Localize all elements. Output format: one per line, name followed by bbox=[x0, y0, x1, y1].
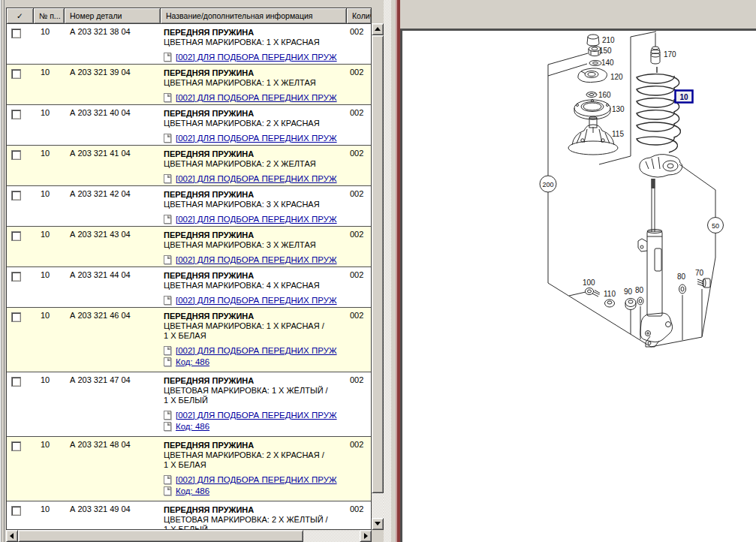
row-checkbox[interactable] bbox=[11, 312, 21, 322]
row-checkbox[interactable] bbox=[11, 150, 21, 160]
row-part-number: А 203 321 39 04 bbox=[65, 65, 161, 104]
spring-perch-arm bbox=[640, 155, 682, 177]
document-icon bbox=[164, 255, 171, 264]
column-header-position[interactable]: № п... bbox=[34, 8, 65, 23]
code-link[interactable]: Код: 486 bbox=[176, 422, 209, 431]
hscroll-thumb[interactable] bbox=[18, 530, 303, 542]
part-120-plate bbox=[578, 68, 607, 83]
table-row: 10 А 203 321 39 04 ПЕРЕДНЯЯ ПРУЖИНА ЦВЕТ… bbox=[7, 65, 371, 105]
footnote-link[interactable]: [002] ДЛЯ ПОДБОРА ПЕРЕДНИХ ПРУЖ bbox=[176, 93, 337, 102]
row-quantity: 002 bbox=[347, 437, 371, 501]
footnote-link[interactable]: [002] ДЛЯ ПОДБОРА ПЕРЕДНИХ ПРУЖ bbox=[176, 296, 337, 305]
row-part-number: А 203 321 49 04 bbox=[65, 501, 161, 530]
parts-table-panel: ✓ № п... Номер детали Название/дополните… bbox=[6, 8, 372, 530]
label-210: 210 bbox=[602, 36, 615, 44]
row-checkbox[interactable] bbox=[11, 69, 21, 79]
column-header-part-number[interactable]: Номер детали bbox=[65, 8, 161, 23]
code-link[interactable]: Код: 486 bbox=[176, 357, 209, 366]
footnote-link[interactable]: [002] ДЛЯ ПОДБОРА ПЕРЕДНИХ ПРУЖ bbox=[176, 174, 337, 183]
footnote-link[interactable]: [002] ДЛЯ ПОДБОРА ПЕРЕДНИХ ПРУЖ bbox=[176, 255, 337, 264]
scroll-right-button[interactable] bbox=[360, 530, 372, 542]
column-header-select[interactable]: ✓ bbox=[7, 8, 34, 23]
footnote-link[interactable]: [002] ДЛЯ ПОДБОРА ПЕРЕДНИХ ПРУЖ bbox=[176, 53, 337, 62]
row-info: ЦВЕТНАЯ МАРКИРОВКА: 3 X КРАСНАЯ bbox=[164, 200, 347, 209]
row-links: [002] ДЛЯ ПОДБОРА ПЕРЕДНИХ ПРУЖ bbox=[164, 294, 347, 306]
vscroll-thumb[interactable] bbox=[372, 35, 384, 493]
label-70: 70 bbox=[695, 269, 704, 277]
row-position: 10 bbox=[34, 105, 65, 145]
document-icon bbox=[164, 357, 171, 366]
row-part-name: ПЕРЕДНЯЯ ПРУЖИНА bbox=[164, 440, 347, 450]
row-checkbox[interactable] bbox=[11, 506, 21, 516]
label-10[interactable]: 10 bbox=[679, 93, 688, 101]
row-part-name: ПЕРЕДНЯЯ ПРУЖИНА bbox=[164, 27, 347, 38]
row-checkbox[interactable] bbox=[11, 272, 21, 282]
row-checkbox[interactable] bbox=[11, 441, 21, 451]
scroll-left-button[interactable] bbox=[6, 530, 18, 542]
part-10-front-spring[interactable] bbox=[637, 67, 680, 152]
row-info-line: ЦВЕТОВАЯ МАРКИРОВКА: 1 X ЖЁЛТЫЙ / bbox=[164, 386, 347, 396]
arrow-up-icon bbox=[375, 27, 381, 31]
label-80-right: 80 bbox=[677, 273, 686, 281]
row-info-line: 1 X БЕЛЫЙ bbox=[164, 396, 347, 405]
scroll-up-button[interactable] bbox=[372, 23, 384, 35]
row-info: ЦВЕТНАЯ МАРКИРОВКА: 4 X КРАСНАЯ bbox=[164, 281, 347, 291]
row-info-line: 1 X БЕЛАЯ bbox=[164, 460, 347, 470]
row-links: [002] ДЛЯ ПОДБОРА ПЕРЕДНИХ ПРУЖКод: 486 bbox=[164, 409, 347, 432]
part-140-washer bbox=[589, 61, 601, 66]
row-part-name: ПЕРЕДНЯЯ ПРУЖИНА bbox=[164, 230, 347, 240]
footnote-link[interactable]: [002] ДЛЯ ПОДБОРА ПЕРЕДНИХ ПРУЖ bbox=[176, 411, 337, 420]
table-row: 10 А 203 321 48 04 ПЕРЕДНЯЯ ПРУЖИНА ЦВЕТ… bbox=[7, 437, 371, 501]
footnote-link[interactable]: [002] ДЛЯ ПОДБОРА ПЕРЕДНИХ ПРУЖ bbox=[176, 134, 337, 143]
table-hscrollbar[interactable] bbox=[6, 530, 372, 542]
arrow-right-icon bbox=[364, 533, 368, 539]
row-checkbox[interactable] bbox=[11, 191, 21, 200]
row-links: [002] ДЛЯ ПОДБОРА ПЕРЕДНИХ ПРУЖКод: 486 bbox=[164, 345, 347, 367]
row-link-line: [002] ДЛЯ ПОДБОРА ПЕРЕДНИХ ПРУЖ bbox=[164, 345, 347, 356]
part-110-nut bbox=[605, 300, 615, 307]
row-position: 10 bbox=[34, 501, 65, 530]
row-part-name: ПЕРЕДНЯЯ ПРУЖИНА bbox=[164, 149, 347, 159]
row-checkbox[interactable] bbox=[11, 231, 21, 241]
row-part-number: А 203 321 38 04 bbox=[65, 24, 161, 64]
label-50: 50 bbox=[712, 222, 719, 230]
row-part-name: ПЕРЕДНЯЯ ПРУЖИНА bbox=[164, 68, 347, 78]
document-icon bbox=[164, 486, 171, 495]
table-vscrollbar[interactable] bbox=[372, 8, 384, 530]
row-checkbox[interactable] bbox=[11, 29, 21, 38]
row-info: ЦВЕТОВАЯ МАРКИРОВКА: 1 X ЖЁЛТЫЙ /1 X БЕЛ… bbox=[164, 386, 347, 405]
footnote-link[interactable]: [002] ДЛЯ ПОДБОРА ПЕРЕДНИХ ПРУЖ bbox=[176, 215, 337, 224]
row-info: ЦВЕТНАЯ МАРКИРОВКА: 2 X ЖЕЛТАЯ bbox=[164, 159, 347, 169]
row-info: ЦВЕТНАЯ МАРКИРОВКА: 3 X ЖЕЛТАЯ bbox=[164, 240, 347, 250]
row-quantity: 002 bbox=[347, 105, 371, 145]
footnote-link[interactable]: [002] ДЛЯ ПОДБОРА ПЕРЕДНИХ ПРУЖ bbox=[176, 475, 337, 484]
row-quantity: 002 bbox=[347, 501, 371, 530]
footnote-link[interactable]: [002] ДЛЯ ПОДБОРА ПЕРЕДНИХ ПРУЖ bbox=[176, 346, 337, 355]
part-80-washer-right bbox=[679, 285, 686, 294]
code-link[interactable]: Код: 486 bbox=[176, 486, 209, 495]
row-link-line: [002] ДЛЯ ПОДБОРА ПЕРЕДНИХ ПРУЖ bbox=[164, 92, 347, 103]
document-icon bbox=[164, 411, 171, 420]
row-part-number: А 203 321 41 04 bbox=[65, 146, 161, 185]
row-info: ЦВЕТНАЯ МАРКИРОВКА: 2 X КРАСНАЯ /1 X БЕЛ… bbox=[164, 450, 347, 470]
document-icon bbox=[164, 93, 171, 102]
label-120: 120 bbox=[610, 73, 623, 81]
row-checkbox[interactable] bbox=[11, 377, 21, 387]
row-info-line: ЦВЕТОВАЯ МАРКИРОВКА: 2 X ЖЁЛТЫЙ / bbox=[164, 515, 347, 525]
table-header-row: ✓ № п... Номер детали Название/дополните… bbox=[7, 8, 371, 24]
row-checkbox[interactable] bbox=[11, 110, 21, 119]
scroll-down-button[interactable] bbox=[372, 518, 384, 530]
row-links: [002] ДЛЯ ПОДБОРА ПЕРЕДНИХ ПРУЖ bbox=[164, 92, 347, 103]
label-90: 90 bbox=[624, 288, 633, 296]
row-info-line: ЦВЕТНАЯ МАРКИРОВКА: 3 X ЖЕЛТАЯ bbox=[164, 240, 347, 250]
row-quantity: 002 bbox=[347, 146, 371, 185]
part-90-nut bbox=[625, 299, 636, 310]
column-header-name-info[interactable]: Название/дополнительная информация bbox=[161, 8, 347, 23]
row-quantity: 002 bbox=[347, 24, 371, 64]
row-info-line: ЦВЕТНАЯ МАРКИРОВКА: 4 X КРАСНАЯ bbox=[164, 281, 347, 291]
row-link-line: Код: 486 bbox=[164, 420, 347, 432]
panel-splitter[interactable] bbox=[384, 0, 391, 542]
column-header-quantity[interactable]: Количес bbox=[347, 8, 371, 23]
check-icon: ✓ bbox=[17, 11, 23, 20]
row-info-line: 1 X БЕЛАЯ bbox=[164, 331, 347, 341]
